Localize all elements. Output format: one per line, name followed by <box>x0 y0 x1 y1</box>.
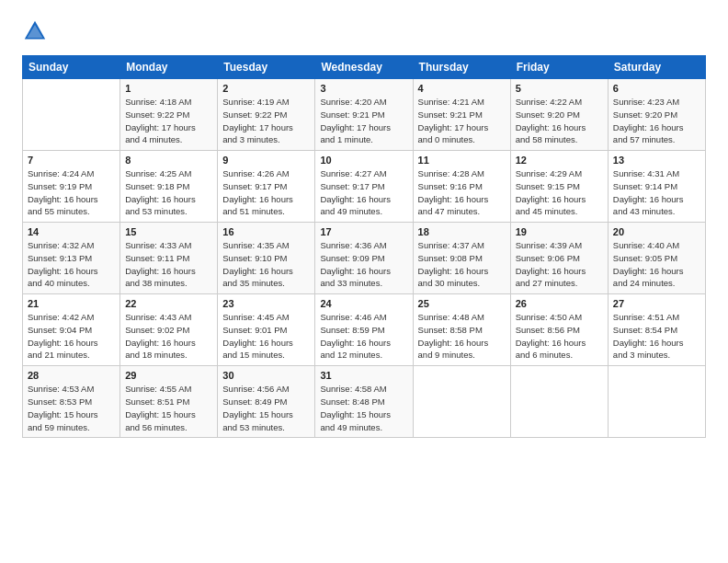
day-cell: 30Sunrise: 4:56 AMSunset: 8:49 PMDayligh… <box>218 366 315 438</box>
day-info: Sunrise: 4:26 AMSunset: 9:17 PMDaylight:… <box>222 167 310 218</box>
day-cell: 25Sunrise: 4:48 AMSunset: 8:58 PMDayligh… <box>413 294 510 366</box>
day-cell: 17Sunrise: 4:36 AMSunset: 9:09 PMDayligh… <box>315 223 413 294</box>
day-info: Sunrise: 4:56 AMSunset: 8:49 PMDaylight:… <box>222 383 310 433</box>
day-info: Sunrise: 4:35 AMSunset: 9:10 PMDaylight:… <box>222 239 310 290</box>
day-number: 23 <box>222 298 310 309</box>
day-info: Sunrise: 4:46 AMSunset: 8:59 PMDaylight:… <box>320 311 407 362</box>
day-info: Sunrise: 4:53 AMSunset: 8:53 PMDaylight:… <box>28 383 115 433</box>
day-info: Sunrise: 4:20 AMSunset: 9:21 PMDaylight:… <box>320 96 407 146</box>
day-cell: 8Sunrise: 4:25 AMSunset: 9:18 PMDaylight… <box>120 151 218 223</box>
weekday-tuesday: Tuesday <box>218 56 315 79</box>
day-info: Sunrise: 4:37 AMSunset: 9:08 PMDaylight:… <box>418 239 506 290</box>
week-row-3: 14Sunrise: 4:32 AMSunset: 9:13 PMDayligh… <box>23 223 706 294</box>
day-cell <box>23 79 120 151</box>
week-row-5: 28Sunrise: 4:53 AMSunset: 8:53 PMDayligh… <box>23 366 706 438</box>
day-info: Sunrise: 4:50 AMSunset: 8:56 PMDaylight:… <box>516 311 603 362</box>
day-number: 28 <box>28 370 115 381</box>
day-cell: 10Sunrise: 4:27 AMSunset: 9:17 PMDayligh… <box>315 151 413 223</box>
day-info: Sunrise: 4:28 AMSunset: 9:16 PMDaylight:… <box>418 167 506 218</box>
week-row-1: 1Sunrise: 4:18 AMSunset: 9:22 PMDaylight… <box>23 79 706 151</box>
day-info: Sunrise: 4:23 AMSunset: 9:20 PMDaylight:… <box>613 96 700 146</box>
day-number: 1 <box>125 83 212 94</box>
calendar-body: 1Sunrise: 4:18 AMSunset: 9:22 PMDaylight… <box>23 79 706 438</box>
day-cell: 1Sunrise: 4:18 AMSunset: 9:22 PMDaylight… <box>120 79 218 151</box>
day-cell: 26Sunrise: 4:50 AMSunset: 8:56 PMDayligh… <box>510 294 608 366</box>
day-info: Sunrise: 4:33 AMSunset: 9:11 PMDaylight:… <box>125 239 212 290</box>
day-number: 7 <box>28 155 115 166</box>
day-number: 6 <box>613 83 700 94</box>
day-cell: 29Sunrise: 4:55 AMSunset: 8:51 PMDayligh… <box>120 366 218 438</box>
day-cell: 23Sunrise: 4:45 AMSunset: 9:01 PMDayligh… <box>218 294 315 366</box>
day-number: 26 <box>516 298 603 309</box>
day-cell <box>608 366 705 438</box>
day-number: 10 <box>320 155 407 166</box>
day-info: Sunrise: 4:42 AMSunset: 9:04 PMDaylight:… <box>28 311 115 362</box>
day-cell: 28Sunrise: 4:53 AMSunset: 8:53 PMDayligh… <box>23 366 120 438</box>
logo-icon <box>22 18 48 44</box>
day-info: Sunrise: 4:24 AMSunset: 9:19 PMDaylight:… <box>28 167 115 218</box>
day-info: Sunrise: 4:48 AMSunset: 8:58 PMDaylight:… <box>418 311 506 362</box>
weekday-friday: Friday <box>510 56 608 79</box>
day-cell: 6Sunrise: 4:23 AMSunset: 9:20 PMDaylight… <box>608 79 705 151</box>
day-cell: 27Sunrise: 4:51 AMSunset: 8:54 PMDayligh… <box>608 294 705 366</box>
day-info: Sunrise: 4:51 AMSunset: 8:54 PMDaylight:… <box>613 311 700 362</box>
day-cell: 21Sunrise: 4:42 AMSunset: 9:04 PMDayligh… <box>23 294 120 366</box>
day-cell: 3Sunrise: 4:20 AMSunset: 9:21 PMDaylight… <box>315 79 413 151</box>
day-info: Sunrise: 4:19 AMSunset: 9:22 PMDaylight:… <box>222 96 310 146</box>
day-info: Sunrise: 4:58 AMSunset: 8:48 PMDaylight:… <box>320 383 407 433</box>
day-cell: 22Sunrise: 4:43 AMSunset: 9:02 PMDayligh… <box>120 294 218 366</box>
day-number: 9 <box>222 155 310 166</box>
day-number: 3 <box>320 83 407 94</box>
day-cell: 14Sunrise: 4:32 AMSunset: 9:13 PMDayligh… <box>23 223 120 294</box>
day-number: 16 <box>222 226 310 237</box>
day-number: 24 <box>320 298 407 309</box>
day-cell: 13Sunrise: 4:31 AMSunset: 9:14 PMDayligh… <box>608 151 705 223</box>
day-number: 4 <box>418 83 506 94</box>
day-number: 27 <box>613 298 700 309</box>
week-row-4: 21Sunrise: 4:42 AMSunset: 9:04 PMDayligh… <box>23 294 706 366</box>
day-number: 22 <box>125 298 212 309</box>
day-number: 17 <box>320 226 407 237</box>
day-cell: 5Sunrise: 4:22 AMSunset: 9:20 PMDaylight… <box>510 79 608 151</box>
day-number: 18 <box>418 226 506 237</box>
day-info: Sunrise: 4:18 AMSunset: 9:22 PMDaylight:… <box>125 96 212 146</box>
day-info: Sunrise: 4:32 AMSunset: 9:13 PMDaylight:… <box>28 239 115 290</box>
weekday-saturday: Saturday <box>608 56 705 79</box>
day-cell: 15Sunrise: 4:33 AMSunset: 9:11 PMDayligh… <box>120 223 218 294</box>
day-number: 8 <box>125 155 212 166</box>
day-cell: 20Sunrise: 4:40 AMSunset: 9:05 PMDayligh… <box>608 223 705 294</box>
calendar-header: SundayMondayTuesdayWednesdayThursdayFrid… <box>23 56 706 79</box>
day-info: Sunrise: 4:21 AMSunset: 9:21 PMDaylight:… <box>418 96 506 146</box>
week-row-2: 7Sunrise: 4:24 AMSunset: 9:19 PMDaylight… <box>23 151 706 223</box>
day-cell: 4Sunrise: 4:21 AMSunset: 9:21 PMDaylight… <box>413 79 510 151</box>
day-cell: 16Sunrise: 4:35 AMSunset: 9:10 PMDayligh… <box>218 223 315 294</box>
day-number: 20 <box>613 226 700 237</box>
calendar: SundayMondayTuesdayWednesdayThursdayFrid… <box>22 55 706 438</box>
day-info: Sunrise: 4:55 AMSunset: 8:51 PMDaylight:… <box>125 383 212 433</box>
day-cell <box>413 366 510 438</box>
day-cell: 19Sunrise: 4:39 AMSunset: 9:06 PMDayligh… <box>510 223 608 294</box>
day-number: 2 <box>222 83 310 94</box>
weekday-sunday: Sunday <box>23 56 120 79</box>
day-info: Sunrise: 4:43 AMSunset: 9:02 PMDaylight:… <box>125 311 212 362</box>
day-info: Sunrise: 4:29 AMSunset: 9:15 PMDaylight:… <box>516 167 603 218</box>
weekday-wednesday: Wednesday <box>315 56 413 79</box>
day-info: Sunrise: 4:27 AMSunset: 9:17 PMDaylight:… <box>320 167 407 218</box>
header <box>22 18 706 44</box>
day-number: 31 <box>320 370 407 381</box>
day-cell: 7Sunrise: 4:24 AMSunset: 9:19 PMDaylight… <box>23 151 120 223</box>
day-cell: 9Sunrise: 4:26 AMSunset: 9:17 PMDaylight… <box>218 151 315 223</box>
weekday-monday: Monday <box>120 56 218 79</box>
day-cell: 2Sunrise: 4:19 AMSunset: 9:22 PMDaylight… <box>218 79 315 151</box>
day-cell: 18Sunrise: 4:37 AMSunset: 9:08 PMDayligh… <box>413 223 510 294</box>
day-number: 15 <box>125 226 212 237</box>
day-number: 29 <box>125 370 212 381</box>
day-number: 21 <box>28 298 115 309</box>
day-number: 11 <box>418 155 506 166</box>
day-number: 5 <box>516 83 603 94</box>
day-number: 13 <box>613 155 700 166</box>
weekday-row: SundayMondayTuesdayWednesdayThursdayFrid… <box>23 56 706 79</box>
page: SundayMondayTuesdayWednesdayThursdayFrid… <box>0 0 728 563</box>
logo <box>22 18 51 44</box>
day-info: Sunrise: 4:40 AMSunset: 9:05 PMDaylight:… <box>613 239 700 290</box>
